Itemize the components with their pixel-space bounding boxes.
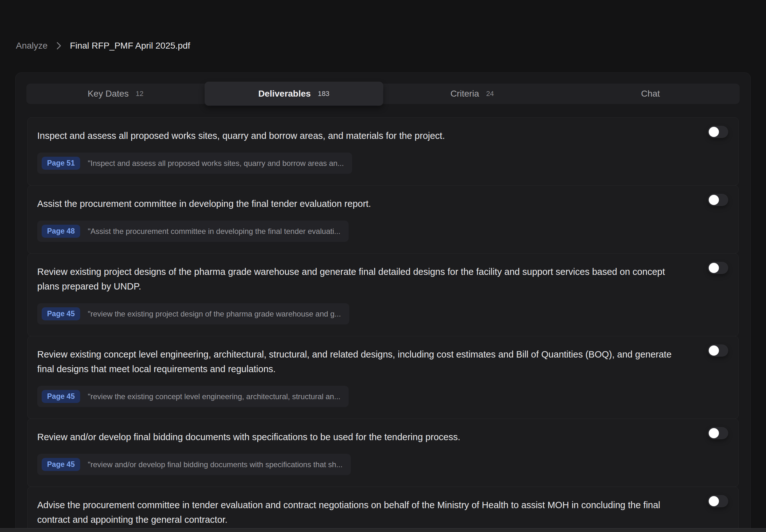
quote-excerpt: "review the existing concept level engin… — [88, 392, 340, 401]
source-quote-row[interactable]: Page 51 "Inspect and assess all proposed… — [37, 153, 352, 174]
breadcrumb-filename: Final RFP_PMF April 2025.pdf — [70, 41, 190, 51]
deliverable-toggle[interactable] — [708, 495, 728, 507]
deliverable-title: Inspect and assess all proposed works si… — [37, 128, 715, 143]
page-badge[interactable]: Page 45 — [42, 458, 80, 471]
deliverable-card: Assist the procurement committee in deve… — [27, 185, 739, 254]
deliverable-card: Inspect and assess all proposed works si… — [27, 117, 739, 186]
tab-count-badge: 183 — [318, 90, 330, 98]
deliverable-title: Review existing concept level engineerin… — [37, 347, 715, 376]
deliverable-title: Assist the procurement committee in deve… — [37, 196, 715, 211]
source-quote-row[interactable]: Page 45 "review the existing project des… — [37, 303, 349, 324]
deliverable-toggle[interactable] — [708, 262, 728, 274]
deliverable-title: Advise the procurement committee in tend… — [37, 498, 715, 527]
deliverable-card: Advise the procurement committee in tend… — [27, 487, 739, 532]
tab-key-dates[interactable]: Key Dates 12 — [26, 84, 205, 104]
tab-label: Deliverables — [258, 89, 311, 99]
source-quote-row[interactable]: Page 45 "review the existing concept lev… — [37, 386, 349, 407]
quote-excerpt: "Inspect and assess all proposed works s… — [88, 159, 344, 168]
toggle-knob — [709, 127, 719, 137]
tab-count-badge: 12 — [136, 90, 143, 98]
deliverable-toggle[interactable] — [708, 344, 728, 357]
tab-label: Criteria — [450, 89, 479, 99]
deliverable-card: Review existing project designs of the p… — [27, 253, 739, 336]
page-badge[interactable]: Page 45 — [42, 390, 80, 403]
deliverable-title: Review existing project designs of the p… — [37, 264, 715, 294]
deliverable-toggle[interactable] — [708, 427, 728, 439]
toggle-knob — [709, 345, 719, 356]
source-quote-row[interactable]: Page 48 "Assist the procurement committe… — [37, 221, 349, 242]
quote-excerpt: "Assist the procurement committee in dev… — [88, 227, 340, 236]
source-quote-row[interactable]: Page 45 "review and/or develop final bid… — [37, 454, 351, 475]
toggle-knob — [709, 263, 719, 273]
tab-label: Chat — [641, 89, 660, 99]
deliverable-card: Review existing concept level engineerin… — [27, 336, 739, 419]
toggle-knob — [709, 195, 719, 205]
quote-excerpt: "review and/or develop final bidding doc… — [88, 460, 343, 469]
deliverable-card: Review and/or develop final bidding docu… — [27, 419, 739, 487]
toggle-knob — [709, 428, 719, 438]
deliverable-toggle[interactable] — [708, 194, 728, 206]
page-badge[interactable]: Page 51 — [42, 157, 80, 170]
chevron-right-icon — [56, 41, 62, 50]
document-panel: Key Dates 12 Deliverables 183 Criteria 2… — [15, 72, 751, 532]
breadcrumb: Analyze Final RFP_PMF April 2025.pdf — [16, 41, 190, 51]
page-badge[interactable]: Page 48 — [42, 225, 80, 238]
bottom-window-edge — [0, 528, 766, 532]
tab-count-badge: 24 — [486, 90, 494, 98]
toggle-knob — [709, 496, 719, 506]
tab-criteria[interactable]: Criteria 24 — [383, 84, 561, 104]
deliverables-list: Inspect and assess all proposed works si… — [27, 117, 739, 532]
tab-label: Key Dates — [87, 89, 128, 99]
page-badge[interactable]: Page 45 — [42, 307, 80, 320]
tab-chat[interactable]: Chat — [561, 84, 740, 104]
quote-excerpt: "review the existing project design of t… — [88, 310, 341, 318]
tab-bar: Key Dates 12 Deliverables 183 Criteria 2… — [26, 84, 740, 104]
deliverable-toggle[interactable] — [708, 126, 728, 138]
breadcrumb-analyze[interactable]: Analyze — [16, 41, 48, 51]
tab-deliverables[interactable]: Deliverables 183 — [205, 82, 383, 106]
deliverable-title: Review and/or develop final bidding docu… — [37, 430, 715, 444]
